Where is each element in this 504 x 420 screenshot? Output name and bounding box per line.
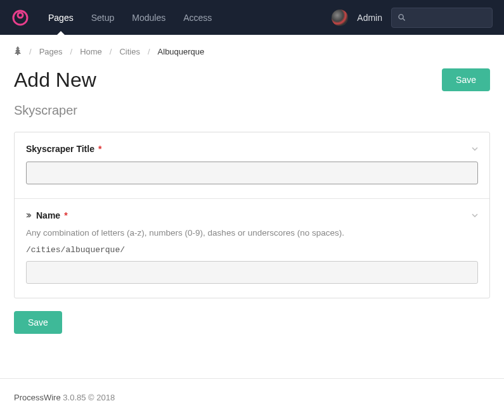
chevron-right-icon (26, 212, 31, 219)
title-input[interactable] (26, 162, 478, 184)
form-panel: Skyscraper Title * Name * Any combinatio… (14, 132, 490, 298)
page-subtitle: Skyscraper (14, 103, 490, 118)
required-marker: * (98, 144, 101, 154)
breadcrumb-pages[interactable]: Pages (39, 47, 63, 56)
footer-meta: 3.0.85 © 2018 (63, 393, 115, 402)
nav-setup[interactable]: Setup (84, 1, 122, 34)
save-button-bottom[interactable]: Save (14, 311, 62, 334)
topbar: Pages Setup Modules Access Admin (0, 0, 504, 35)
breadcrumb-current: Albuquerque (158, 47, 205, 56)
breadcrumb-home[interactable]: Home (80, 47, 102, 56)
breadcrumb-sep: / (70, 47, 73, 56)
breadcrumb-cities[interactable]: Cities (119, 47, 140, 56)
field-title-label-text: Skyscraper Title (26, 144, 94, 154)
collapse-toggle[interactable] (472, 145, 478, 152)
field-name: Name * Any combination of letters (a-z),… (15, 199, 489, 298)
nav-pages[interactable]: Pages (41, 1, 81, 34)
title-row: Add New Save (14, 68, 490, 92)
required-marker: * (64, 210, 67, 220)
save-button-top[interactable]: Save (442, 68, 490, 91)
svg-line-3 (403, 18, 404, 20)
svg-point-1 (18, 13, 23, 18)
search-input[interactable] (409, 13, 486, 22)
path-prefix: /cities/albuquerque/ (26, 245, 478, 255)
field-name-label: Name * (26, 210, 478, 220)
collapse-toggle[interactable] (472, 212, 478, 219)
breadcrumb-sep: / (29, 47, 32, 56)
field-name-desc: Any combination of letters (a-z), number… (26, 228, 478, 238)
logo[interactable] (11, 9, 29, 27)
main-nav: Pages Setup Modules Access (41, 1, 219, 34)
svg-point-2 (399, 15, 403, 19)
tree-icon[interactable] (14, 46, 22, 57)
chevron-down-icon (472, 147, 478, 151)
field-title: Skyscraper Title * (15, 132, 489, 199)
field-title-label: Skyscraper Title * (26, 144, 478, 154)
search-box[interactable] (391, 8, 493, 28)
content: Add New Save Skyscraper Skyscraper Title… (0, 68, 504, 353)
user-label[interactable]: Admin (357, 13, 382, 23)
topbar-right: Admin (332, 8, 493, 28)
page-title: Add New (14, 68, 96, 92)
nav-modules[interactable]: Modules (124, 1, 173, 34)
footer-brand: ProcessWire (14, 393, 61, 402)
processwire-logo-icon (12, 10, 29, 26)
avatar[interactable] (332, 10, 348, 26)
breadcrumb: / Pages / Home / Cities / Albuquerque (0, 35, 504, 68)
nav-access[interactable]: Access (176, 1, 219, 34)
chevron-down-icon (472, 213, 478, 217)
field-name-label-text: Name (36, 210, 60, 220)
breadcrumb-sep: / (110, 47, 112, 56)
name-input[interactable] (26, 261, 478, 284)
footer: ProcessWire 3.0.85 © 2018 (0, 378, 504, 416)
search-icon (398, 13, 405, 22)
breadcrumb-sep: / (148, 47, 150, 56)
